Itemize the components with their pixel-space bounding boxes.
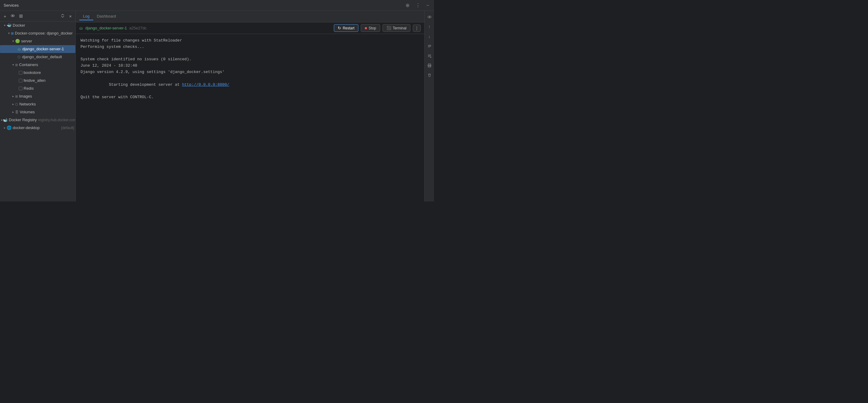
more-options-button[interactable]: ⋮ [414,2,422,8]
docker-icon: 🐳 [7,22,11,29]
bookstore-label: bookstore [24,69,74,76]
log-line-with-link: Starting development server at http://0.… [81,76,420,94]
tree-item-festive-allen[interactable]: festive_allen [0,77,75,85]
redis-label: Redis [24,85,74,92]
compose-label: Docker-compose: django_docker [15,30,74,37]
tab-dashboard[interactable]: Dashboard [93,13,120,20]
log-line [81,50,420,57]
download-log-button[interactable] [425,52,434,60]
sidebar-toolbar: + ⊞ × [0,11,75,22]
log-toolbar: 🗂 django_docker-server-1 a25e27dc ↻ Rest… [76,22,424,34]
restart-button[interactable]: ↻ Restart [334,24,358,32]
log-line: Performing system checks... [81,44,420,50]
sidebar: + ⊞ × [0,11,76,202]
tree-item-django-server-1[interactable]: 🗂 django_docker-server-1 [0,45,75,53]
app-container: Services ⊕ ⋮ − + ⊞ [0,0,434,202]
scroll-up-button[interactable]: ↑ [425,22,434,31]
registry-icon: 🐋 [3,117,7,123]
container-hash: a25e27dc [129,26,147,30]
more-actions-button[interactable]: ⋮ [413,25,421,32]
container-file-icon: 🗂 [18,46,21,52]
log-line: System check identified no issues (0 sil… [81,56,420,63]
checkbox-icon [19,79,22,82]
arrow-icon: ▸ [2,124,7,131]
tree-item-images[interactable]: ▸ ⊞ Images [0,92,75,100]
log-toolbar-right: ↻ Restart ■ Stop ⬛ Terminal ⋮ [334,24,421,32]
new-compose-button[interactable]: ⊞ [18,13,24,20]
tree-item-volumes[interactable]: ▸ 🗄 Volumes [0,108,75,116]
title-bar-left: Services [4,3,19,7]
arrow-icon: ▾ [11,38,15,45]
clear-log-button[interactable] [425,71,434,79]
images-icon: ⊞ [15,93,18,100]
tree-item-networks[interactable]: ▸ ⬡ Networks [0,100,75,108]
log-body: Watching for file changes with StatReloa… [76,34,424,202]
terminal-button[interactable]: ⬛ Terminal [382,24,410,32]
svg-point-14 [430,65,431,66]
server-icon: 🟢 [15,38,20,45]
log-toolbar-left: 🗂 django_docker-server-1 a25e27dc [79,26,147,30]
minimize-button[interactable]: − [425,2,430,8]
tree-item-compose[interactable]: ▾ ⊞ Docker-compose: django_docker [0,29,75,37]
tree-item-django-default[interactable]: ⬡ django_docker_default [0,53,75,61]
django-server-1-label: django_docker-server-1 [22,46,74,52]
server-url-link[interactable]: http://0.0.0.0:8000/ [182,82,229,87]
container-status-icon: 🗂 [79,26,83,30]
container-name: django_docker-server-1 [85,26,127,30]
containers-icon: ⊞ [15,61,18,68]
eye-button[interactable] [9,13,16,20]
tree-item-redis[interactable]: Redis [0,85,75,92]
stop-icon: ■ [365,26,367,30]
tree-view: ▾ 🐳 Docker ▾ ⊞ Docker-compose: django_do… [0,22,75,132]
globe-icon-button[interactable]: ⊕ [404,2,411,8]
tree-item-server[interactable]: ▾ 🟢 server [0,37,75,45]
volumes-icon: 🗄 [15,109,19,115]
festive-allen-label: festive_allen [24,77,74,84]
log-line: Watching for file changes with StatReloa… [81,37,420,44]
close-sidebar-button[interactable]: × [68,13,73,20]
server-label: server [21,38,74,45]
scroll-down-button[interactable]: ↓ [425,32,434,40]
tree-item-desktop[interactable]: ▸ 🌐 docker-desktop [default] [0,124,75,132]
app-title: Services [4,3,19,7]
compose-icon: ⊞ [11,30,13,37]
right-sidebar: ↑ ↓ [424,11,434,202]
networks-label: Networks [19,101,74,108]
right-panel: Log Dashboard 🗂 django_docker-server-1 a… [76,11,434,202]
volumes-label: Volumes [20,109,74,115]
django-default-label: django_docker_default [22,54,74,60]
docker-label: Docker [13,22,74,29]
tab-log[interactable]: Log [79,13,93,20]
print-button[interactable] [425,61,434,70]
images-label: Images [19,93,74,100]
network-icon: ⬡ [18,54,21,60]
soft-wrap-button[interactable] [425,42,434,50]
tree-item-registry[interactable]: ▸ 🐋 Docker Registry registry.hub.docker.… [0,116,75,124]
tree-item-containers[interactable]: ▾ ⊞ Containers [0,61,75,69]
desktop-label: docker-desktop [13,124,60,131]
log-header: Log Dashboard [76,11,424,22]
desktop-icon: 🌐 [7,124,11,131]
registry-label: Docker Registry [9,117,37,123]
log-line: Quit the server with CONTROL-C. [81,94,420,100]
arrow-icon: ▸ [11,93,15,100]
tree-item-bookstore[interactable]: bookstore [0,69,75,77]
main-content: + ⊞ × [0,11,434,202]
eye-sidebar-button[interactable] [425,13,434,21]
title-bar: Services ⊕ ⋮ − [0,0,434,11]
add-service-button[interactable]: + [2,13,7,20]
arrow-icon: ▸ [11,101,15,108]
checkbox-icon [19,71,22,75]
tree-item-docker[interactable]: ▾ 🐳 Docker [0,22,75,29]
stop-button[interactable]: ■ Stop [361,24,380,32]
arrow-icon: ▸ [11,109,15,115]
log-panel: Log Dashboard 🗂 django_docker-server-1 a… [76,11,424,202]
arrow-icon: ▾ [7,30,11,37]
title-bar-right: ⊕ ⋮ − [404,2,430,8]
terminal-icon: ⬛ [386,26,391,30]
arrow-icon: ▾ [2,22,7,29]
collapse-button[interactable] [59,13,66,20]
desktop-sublabel: [default] [61,124,74,131]
log-line: Django version 4.2.9, using settings 'dj… [81,69,420,76]
svg-point-1 [12,15,13,17]
